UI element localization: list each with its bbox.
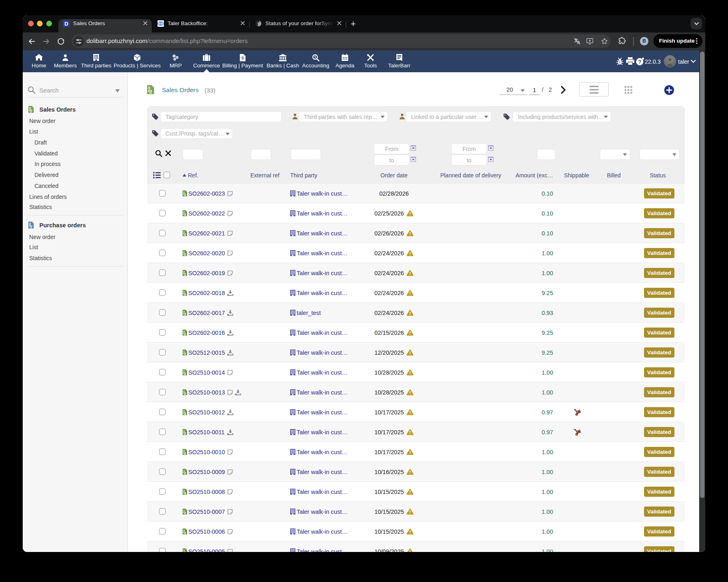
svg-text:?: ? [638,59,642,65]
